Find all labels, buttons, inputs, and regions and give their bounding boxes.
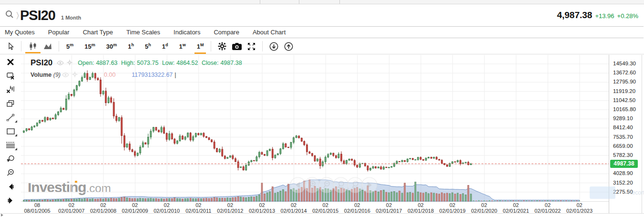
menu-item-popular[interactable]: Popular [48,29,70,36]
chart-nav-zoom-x-out-button[interactable] [333,177,348,193]
candlestick-type-button[interactable] [25,41,41,52]
menu-item-my-quotes[interactable]: My Quotes [5,29,35,36]
candle-body [296,136,297,138]
candle-body [123,135,125,147]
x-axis-tick: 02 [386,202,392,208]
candle-body [198,134,199,135]
volume-bar [253,197,255,201]
timeframe-button-1M[interactable]: 1M [194,41,207,52]
menu-item-compare[interactable]: Compare [214,29,239,36]
candle-body [275,155,276,158]
volume-ma-value: 1179313322.67 [132,72,173,78]
remove-indicators-icon[interactable] [6,86,15,93]
menu-item-time-scales[interactable]: Time Scales [126,29,160,36]
volume-bar [164,199,165,201]
pan-left-icon[interactable] [6,183,15,190]
area-type-button[interactable] [41,41,55,51]
candle-body [415,160,416,160]
duplicate-icon[interactable] [6,100,15,107]
camera-snapshot-icon[interactable] [229,41,245,52]
timeframe-button-1w[interactable]: 1w [175,41,189,52]
candle-body [111,98,112,102]
close-panel-icon[interactable] [6,58,15,66]
y-axis-label: 7535.70 [613,134,633,140]
settings-gear-icon[interactable] [215,41,229,52]
chart-nav-zoom-x-in-button[interactable] [348,177,363,193]
fibonacci-lines-icon[interactable] [6,141,15,149]
volume-bar [417,192,419,201]
visibility-eye-icon[interactable] [57,59,64,67]
x-axis-date: 02/01/2020 [471,208,497,214]
load-upload-icon[interactable] [281,41,296,52]
delete-selection-icon[interactable] [6,72,15,80]
volume-bar-tail [571,200,572,201]
candle-body [52,118,54,119]
candle-body [285,144,286,147]
volume-bar-tail [568,201,570,201]
volume-bar [290,189,292,201]
x-axis-date: 02/01/2008 [90,208,116,214]
strip-divider [299,0,299,4]
rectangle-tool-icon[interactable] [6,127,15,135]
candle-body [317,159,318,161]
strip-divider [260,0,260,4]
volume-bar [65,199,67,202]
chart-nav-pan-right-button[interactable] [362,177,377,193]
search-icon[interactable] [5,10,14,21]
candle-body [430,157,432,158]
series-settings-gear-icon[interactable] [67,59,72,67]
chart-header: 〉 PSI20 1 Month 4,987.38 +13.96 +0.28% [0,4,644,26]
candle-body [428,157,429,158]
volume-bar [58,199,59,201]
volume-bar [348,191,350,202]
menu-item-chart-type[interactable]: Chart Type [83,29,113,36]
volume-bar [219,198,220,201]
fullscreen-icon[interactable] [245,41,258,52]
menu-item-about-chart[interactable]: About Chart [253,29,286,36]
timeframe-button-15m[interactable]: 15m [81,41,98,52]
candle-body [266,151,268,155]
volume-settings-gear-icon[interactable] [72,71,78,79]
candle-body [251,160,252,162]
candle-body [169,134,170,139]
volume-bar [430,193,432,201]
candle-body [216,148,218,152]
menu-item-indicators[interactable]: Indicators [174,29,200,36]
save-download-icon[interactable] [266,41,281,52]
volume-bar [232,197,234,201]
timeframe-button-1h[interactable]: 1h [124,41,137,52]
candle-body [105,91,107,103]
volume-bar [470,194,471,201]
zoom-out-icon[interactable] [6,169,15,176]
trendline-tool-icon[interactable] [6,114,15,121]
candle-body [237,162,239,168]
chart-legend: PSI20 Open:4887.63 High:5073.75 Low:4864… [31,58,244,80]
timeframe-button-1d[interactable]: 1d [159,41,172,52]
browser-strip [0,0,644,4]
volume-bar [409,192,411,201]
volume-bar [89,199,91,201]
zoom-in-icon[interactable] [6,155,15,163]
timeframe-button-30m[interactable]: 30m [103,41,120,52]
x-axis-tick: 02 [227,202,233,208]
volume-bar [52,200,54,201]
timeframe-button-5h[interactable]: 5h [142,41,154,52]
chart-nav-pan-left-button[interactable] [290,177,306,193]
volume-bar [169,198,170,201]
volume-bar [118,198,120,201]
candle-body [142,143,143,147]
cursor-tool-button[interactable] [5,41,17,52]
candle-body [420,157,421,159]
pan-right-icon[interactable] [6,196,15,204]
toolbar-divider [21,41,21,52]
chart-nav-zoom-in-button[interactable] [305,177,320,193]
volume-eye-icon[interactable] [62,71,69,79]
candle-body [311,154,313,156]
candle-body [140,147,141,153]
volume-bar [380,191,382,202]
volume-bar [142,198,143,201]
volume-bar-tail [555,201,556,201]
timeframe-button-5m[interactable]: 5m [63,41,77,52]
volume-bar [145,199,146,201]
chart-nav-zoom-out-button[interactable] [319,177,334,193]
